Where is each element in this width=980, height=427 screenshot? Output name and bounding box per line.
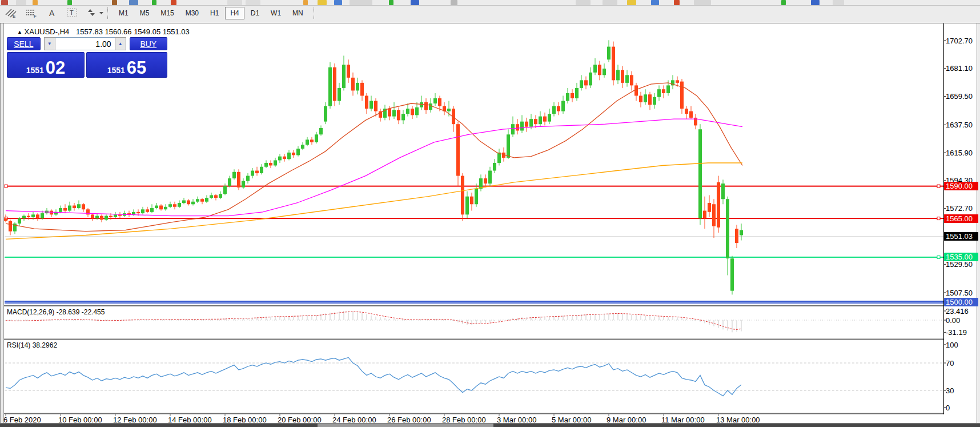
timeframe-button-d1[interactable]: D1 (246, 7, 264, 19)
rsi-axis-label: 70 (946, 359, 954, 368)
toolbar-icon-fragment (112, 0, 117, 5)
toolbar-icon-fragment (833, 0, 844, 5)
buy-price-big: 65 (127, 59, 146, 77)
price-tick-label: 1615.90 (946, 149, 973, 157)
symbol-period-label: XAUUSD-,H4 (25, 27, 70, 36)
arrows-dropdown-icon[interactable] (86, 7, 103, 19)
volume-increase-button[interactable]: ▲ (115, 37, 126, 50)
toolbar-icon-fragment (411, 0, 419, 5)
text-annotation-icon[interactable]: A (45, 7, 62, 19)
one-click-trading-panel: SELL ▼ ▲ BUY 1551 02 1551 65 (7, 37, 167, 78)
timeframe-button-m1[interactable]: M1 (114, 7, 134, 19)
volume-input[interactable] (55, 37, 115, 50)
toolbar-icon-fragment (303, 0, 308, 5)
toolbar-icon-fragment (781, 0, 786, 5)
toolbar-icon-fragment (33, 0, 38, 5)
toolbar-icon-fragment (1, 0, 8, 5)
price-tick-label: 1637.50 (946, 121, 973, 129)
collapse-arrow-icon[interactable]: ▲ (17, 29, 22, 35)
sell-price-small: 1551 (26, 66, 44, 74)
line-studies-toolbar: EFATM1M5M15M30H1H4D1W1MN (0, 6, 980, 21)
chart-title: ▲ XAUUSD-,H4 1557.83 1560.66 1549.05 155… (17, 27, 190, 36)
timeframe-button-m5[interactable]: M5 (135, 7, 155, 19)
price-level-label: 1590.00 (944, 182, 978, 190)
price-level-label: 1565.00 (944, 214, 978, 223)
toolbar-icon-fragment (129, 0, 138, 5)
toolbar-icon-fragment (350, 0, 372, 5)
timeframe-button-h1[interactable]: H1 (205, 7, 224, 19)
toolbar-icon-fragment (246, 0, 260, 5)
timeframe-button-m15[interactable]: M15 (155, 7, 179, 19)
sell-price-big: 02 (46, 59, 65, 77)
svg-text:T: T (70, 9, 74, 16)
toolbar-icon-fragment (451, 0, 457, 5)
toolbar-icon-fragment (674, 0, 680, 5)
ohlc-values: 1557.83 1560.66 1549.05 1551.03 (76, 27, 190, 36)
status-strip-segment (0, 424, 318, 427)
rsi-axis-label: 30 (946, 386, 954, 395)
toolbar-clipped-row (0, 0, 980, 5)
status-strip-segment (318, 424, 493, 427)
toolbar-icon-fragment (694, 0, 711, 5)
price-tick-label: 1572.70 (946, 204, 973, 213)
timeframe-button-h4[interactable]: H4 (225, 7, 244, 19)
buy-price-small: 1551 (107, 66, 125, 74)
price-tick-label: 1529.50 (946, 260, 973, 269)
price-tick-label: 1702.70 (946, 37, 973, 45)
mt4-window: EFATM1M5M15M30H1H4D1W1MN ▲ XAUUSD-,H4 15… (0, 0, 980, 427)
toolbar-group-separator (107, 7, 109, 19)
sell-price-display[interactable]: 1551 02 (7, 52, 85, 78)
price-level-label: 1500.00 (944, 298, 978, 306)
status-strip-segment (493, 424, 980, 427)
svg-text:A: A (49, 9, 55, 18)
sell-button[interactable]: SELL (7, 37, 41, 50)
rsi-axis-label: 0 (946, 404, 950, 412)
price-level-label: 1535.00 (944, 253, 978, 261)
macd-indicator-label: MACD(12,26,9) -28.639 -22.455 (7, 308, 105, 316)
toolbar-icon-fragment (67, 0, 72, 5)
toolbar-icon-fragment (171, 0, 176, 5)
toolbar-icon-fragment (811, 0, 820, 5)
macd-axis-label: 0.00 (946, 316, 960, 325)
toolbar-icon-fragment (627, 0, 636, 5)
timeframe-button-w1[interactable]: W1 (266, 7, 286, 19)
svg-text:F: F (34, 14, 37, 18)
price-tick-label: 1659.50 (946, 92, 973, 101)
toolbar-icon-fragment (16, 0, 26, 5)
toolbar-icon-fragment (389, 0, 393, 5)
buy-button[interactable]: BUY (130, 37, 167, 50)
timeframe-button-m30[interactable]: M30 (180, 7, 204, 19)
toolbar-icon-fragment (152, 0, 156, 5)
bid-price-label: 1551.03 (944, 232, 978, 241)
toolbar-icon-fragment (334, 0, 342, 5)
draw-hatch-e-icon[interactable]: E (3, 7, 21, 19)
status-strip (0, 424, 980, 427)
toolbar-icon-fragment (227, 0, 242, 5)
macd-axis-label: 23.416 (946, 307, 969, 316)
rsi-axis-label: 100 (946, 341, 958, 349)
svg-text:E: E (13, 14, 15, 18)
price-tick-label: 1507.50 (946, 289, 973, 297)
toolbar-icon-fragment (318, 0, 327, 5)
chart-window: ▲ XAUUSD-,H4 1557.83 1560.66 1549.05 155… (0, 23, 980, 424)
rsi-indicator-label: RSI(14) 38.2962 (7, 341, 57, 349)
text-label-icon[interactable]: T (65, 7, 82, 19)
buy-price-display[interactable]: 1551 65 (86, 52, 167, 78)
macd-axis-label: -31.19 (946, 328, 967, 337)
toolbar-icon-fragment (576, 0, 591, 5)
volume-decrease-button[interactable]: ▼ (44, 37, 55, 50)
toolbar-icon-fragment (603, 0, 617, 5)
toolbar-group-separator (314, 7, 315, 19)
toolbar-icon-fragment (651, 0, 659, 5)
chart-canvas[interactable] (0, 23, 980, 424)
fibonacci-f-icon[interactable]: F (24, 7, 41, 19)
timeframe-button-mn[interactable]: MN (287, 7, 308, 19)
price-tick-label: 1681.10 (946, 64, 973, 73)
